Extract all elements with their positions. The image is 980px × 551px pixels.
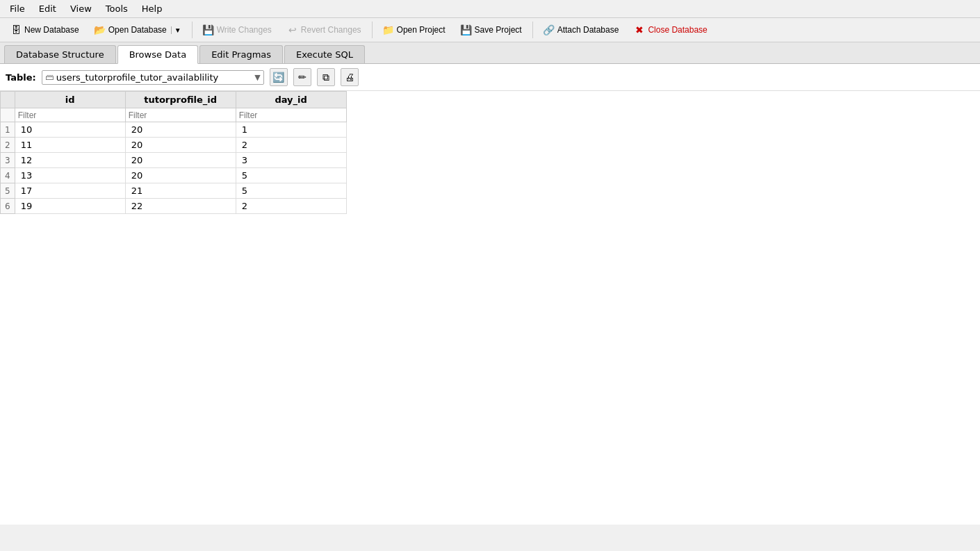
row-num-cell: 2	[1, 138, 15, 153]
data-table: id tutorprofile_id day_id	[0, 91, 347, 214]
save-project-icon: 💾	[461, 24, 472, 35]
row-num-cell: 6	[1, 199, 15, 214]
filter-tutorprofile-cell[interactable]	[125, 108, 236, 122]
toolbar-separator-1	[192, 22, 193, 38]
tab-edit-pragmas[interactable]: Edit Pragmas	[199, 45, 283, 63]
attach-database-label: Attach Database	[557, 25, 619, 35]
data-cell-tutorprofile-id[interactable]: 20	[125, 122, 236, 138]
table-row: 413205	[1, 168, 347, 183]
open-database-button[interactable]: 📂 Open Database ▼	[88, 21, 188, 39]
tab-database-structure[interactable]: Database Structure	[4, 45, 116, 63]
col-header-id[interactable]: id	[15, 92, 125, 108]
toolbar-separator-2	[372, 22, 373, 38]
menu-view[interactable]: View	[63, 1, 99, 16]
menu-help[interactable]: Help	[135, 1, 170, 16]
row-num-cell: 3	[1, 153, 15, 168]
row-num-header	[1, 92, 15, 108]
data-cell-id[interactable]: 17	[15, 183, 125, 199]
filter-dayid-cell[interactable]	[236, 108, 346, 122]
data-cell-id[interactable]: 11	[15, 138, 125, 153]
table-select-icon: 🗃	[45, 72, 54, 82]
table-selector-row: Table: 🗃 users_tutorprofile_tutor_availa…	[0, 64, 980, 91]
new-database-icon: 🗄	[10, 24, 22, 35]
new-database-button[interactable]: 🗄 New Database	[4, 21, 85, 39]
filter-id-cell[interactable]	[15, 108, 125, 122]
data-cell-tutorprofile-id[interactable]: 20	[125, 153, 236, 168]
table-body: 110201211202312203413205517215619222	[1, 122, 347, 214]
data-cell-day-id[interactable]: 5	[236, 183, 346, 199]
filter-tutorprofile-input[interactable]	[129, 110, 233, 120]
data-cell-id[interactable]: 10	[15, 122, 125, 138]
row-num-cell: 1	[1, 122, 15, 138]
open-project-label: Open Project	[397, 25, 446, 35]
open-database-label: Open Database	[108, 25, 167, 35]
menubar: File Edit View Tools Help	[0, 0, 980, 18]
open-database-icon: 📂	[95, 24, 106, 35]
close-database-button[interactable]: ✖ Close Database	[628, 21, 713, 39]
tab-execute-sql[interactable]: Execute SQL	[284, 45, 365, 63]
table-label: Table:	[6, 72, 36, 83]
new-database-label: New Database	[24, 25, 79, 35]
revert-changes-label: Revert Changes	[301, 25, 361, 35]
open-project-button[interactable]: 📁 Open Project	[377, 21, 452, 39]
menu-tools[interactable]: Tools	[99, 1, 135, 16]
filter-id-input[interactable]	[18, 110, 122, 120]
data-cell-id[interactable]: 12	[15, 153, 125, 168]
table-row: 619222	[1, 199, 347, 214]
revert-changes-icon: ↩	[287, 24, 298, 35]
table-row: 312203	[1, 153, 347, 168]
col-header-tutorprofile-id[interactable]: tutorprofile_id	[125, 92, 236, 108]
open-project-icon: 📁	[383, 24, 394, 35]
close-database-label: Close Database	[648, 25, 707, 35]
data-cell-day-id[interactable]: 5	[236, 168, 346, 183]
row-num-cell: 4	[1, 168, 15, 183]
data-cell-id[interactable]: 13	[15, 168, 125, 183]
save-project-label: Save Project	[475, 25, 522, 35]
tab-browse-data[interactable]: Browse Data	[117, 45, 199, 64]
data-area: id tutorprofile_id day_id	[0, 91, 980, 525]
table-header-row: id tutorprofile_id day_id	[1, 92, 347, 108]
edit-icon: ✏	[298, 72, 307, 83]
write-changes-label: Write Changes	[217, 25, 272, 35]
data-cell-tutorprofile-id[interactable]: 22	[125, 199, 236, 214]
data-cell-tutorprofile-id[interactable]: 20	[125, 168, 236, 183]
filter-dayid-input[interactable]	[239, 110, 343, 120]
data-cell-day-id[interactable]: 2	[236, 199, 346, 214]
write-changes-icon: 💾	[203, 24, 214, 35]
copy-icon: ⧉	[322, 72, 329, 83]
data-cell-day-id[interactable]: 3	[236, 153, 346, 168]
copy-button[interactable]: ⧉	[317, 68, 335, 86]
menu-file[interactable]: File	[3, 1, 32, 16]
table-row: 110201	[1, 122, 347, 138]
refresh-button[interactable]: 🔄	[270, 68, 288, 86]
data-cell-day-id[interactable]: 1	[236, 122, 346, 138]
open-database-dropdown-arrow[interactable]: ▼	[171, 26, 181, 34]
filter-row-num	[1, 108, 15, 122]
toolbar: 🗄 New Database 📂 Open Database ▼ 💾 Write…	[0, 18, 980, 42]
data-cell-day-id[interactable]: 2	[236, 138, 346, 153]
data-cell-tutorprofile-id[interactable]: 21	[125, 183, 236, 199]
table-row: 517215	[1, 183, 347, 199]
save-project-button[interactable]: 💾 Save Project	[455, 21, 528, 39]
table-select-wrapper[interactable]: 🗃 users_tutorprofile_tutor_availablility…	[42, 70, 264, 85]
table-select-text: users_tutorprofile_tutor_availablility	[56, 72, 252, 83]
toolbar-separator-3	[532, 22, 533, 38]
main-content: Table: 🗃 users_tutorprofile_tutor_availa…	[0, 64, 980, 525]
tabs: Database Structure Browse Data Edit Prag…	[0, 42, 980, 64]
filter-row	[1, 108, 347, 122]
col-header-day-id[interactable]: day_id	[236, 92, 346, 108]
edit-button[interactable]: ✏	[293, 68, 311, 86]
print-button[interactable]: 🖨	[341, 68, 359, 86]
table-select-dropdown-arrow[interactable]: ▼	[254, 73, 260, 82]
attach-database-icon: 🔗	[544, 24, 555, 35]
menu-edit[interactable]: Edit	[32, 1, 63, 16]
refresh-icon: 🔄	[272, 72, 284, 83]
write-changes-button[interactable]: 💾 Write Changes	[197, 21, 278, 39]
attach-database-button[interactable]: 🔗 Attach Database	[537, 21, 626, 39]
data-cell-tutorprofile-id[interactable]: 20	[125, 138, 236, 153]
table-row: 211202	[1, 138, 347, 153]
row-num-cell: 5	[1, 183, 15, 199]
data-cell-id[interactable]: 19	[15, 199, 125, 214]
revert-changes-button[interactable]: ↩ Revert Changes	[281, 21, 368, 39]
print-icon: 🖨	[345, 72, 354, 83]
